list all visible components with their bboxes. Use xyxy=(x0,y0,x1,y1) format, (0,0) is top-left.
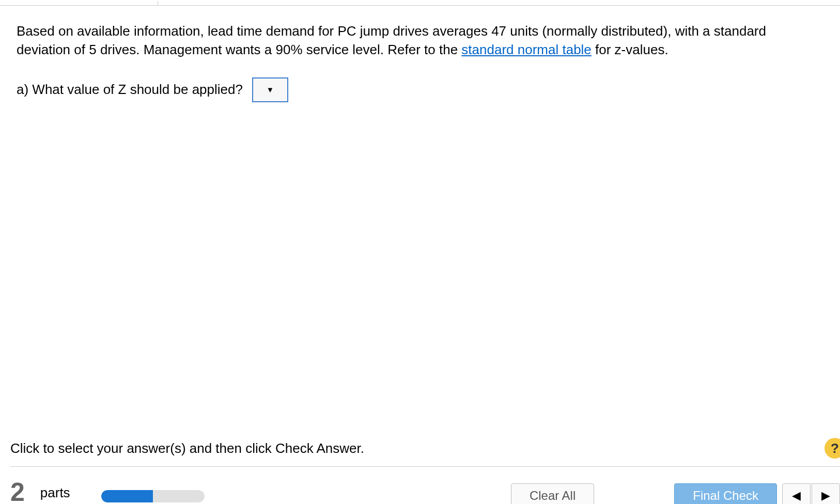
z-value-dropdown[interactable]: ▼ xyxy=(252,77,288,102)
instruction-bar: Click to select your answer(s) and then … xyxy=(10,438,840,467)
progress-bar xyxy=(101,490,205,502)
help-button[interactable]: ? xyxy=(825,438,840,459)
nav-group: ◀ ▶ xyxy=(782,483,840,504)
part-a-row: a) What value of Z should be applied? ▼ xyxy=(17,77,823,102)
part-a-label: a) What value of Z should be applied? xyxy=(17,82,243,98)
standard-normal-table-link[interactable]: standard normal table xyxy=(461,42,591,57)
next-button[interactable]: ▶ xyxy=(812,483,840,504)
problem-text-after: for z-values. xyxy=(592,42,668,57)
progress-fill xyxy=(101,490,153,502)
clear-all-label: Clear All xyxy=(530,489,575,503)
prev-button[interactable]: ◀ xyxy=(782,483,811,504)
help-icon: ? xyxy=(831,440,839,456)
final-check-label: Final Check xyxy=(693,489,758,503)
top-divider xyxy=(0,5,840,6)
instruction-text: Click to select your answer(s) and then … xyxy=(10,440,364,456)
problem-statement: Based on available information, lead tim… xyxy=(17,22,823,59)
clear-all-button[interactable]: Clear All xyxy=(511,483,594,504)
bottom-toolbar: 2 parts Clear All Final Check ◀ ▶ xyxy=(10,476,840,504)
final-check-button[interactable]: Final Check xyxy=(674,483,777,504)
caret-left-icon: ◀ xyxy=(792,489,801,502)
chevron-down-icon: ▼ xyxy=(267,85,274,94)
parts-indicator: 2 parts xyxy=(10,476,205,496)
caret-right-icon: ▶ xyxy=(821,489,830,502)
parts-label: parts xyxy=(40,485,70,501)
parts-count: 2 xyxy=(10,482,25,502)
question-area: Based on available information, lead tim… xyxy=(17,22,823,102)
